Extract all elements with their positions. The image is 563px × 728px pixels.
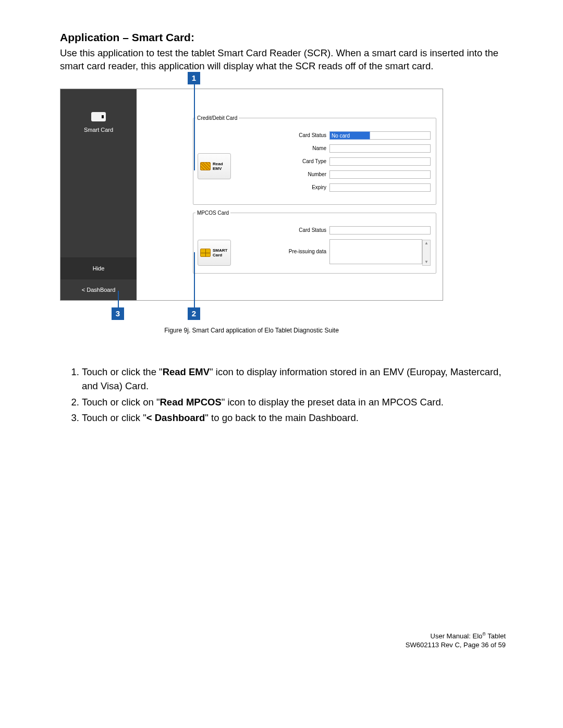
label-card-type: Card Type <box>287 158 329 164</box>
section-heading: Application – Smart Card: <box>60 31 506 44</box>
credit-fields: Card Status No card inserted. Name Card … <box>287 131 431 196</box>
label-name: Name <box>287 145 329 151</box>
instruction-1-pre: Touch or click the " <box>82 366 163 377</box>
figure-caption: Figure 9j. Smart Card application of Elo… <box>60 327 443 334</box>
value-number <box>329 170 431 179</box>
dashboard-button[interactable]: < DashBoard <box>60 279 137 300</box>
label-card-status: Card Status <box>287 132 329 138</box>
instruction-2-bold: Read MPCOS <box>160 397 222 408</box>
footer-line-2: SW602113 Rev C, Page 36 of 59 <box>406 641 506 650</box>
value-pre-issuing <box>329 239 422 264</box>
callout-2-line <box>194 252 195 314</box>
instruction-list: Touch or click the "Read EMV" icon to di… <box>60 365 506 425</box>
mpcos-fields: Card Status Pre-issuing data <box>287 226 431 269</box>
mpcos-group: MPCOS Card SMART Card Card Status Pre-is… <box>193 210 436 274</box>
row-number: Number <box>287 170 431 179</box>
value-expiry <box>329 183 431 192</box>
row-mpcos-status: Card Status <box>287 226 431 235</box>
instruction-3: Touch or click "< Dashboard" to go back … <box>82 411 506 425</box>
row-card-type: Card Type <box>287 157 431 166</box>
smart-card-icon <box>91 112 106 121</box>
smart-card-button[interactable]: SMART Card <box>198 240 231 266</box>
instruction-2-post: " icon to display the preset data in an … <box>222 397 444 408</box>
smart-card-label: SMART Card <box>213 248 227 257</box>
value-card-status-pad <box>370 131 431 140</box>
footer-line-1: User Manual: Elo® Tablet <box>406 632 506 641</box>
footer-line-1b: Tablet <box>486 632 506 640</box>
app-window: Smart Card Hide < DashBoard Credit/Debit… <box>60 89 443 301</box>
credit-debit-group: Credit/Debit Card Read EMV Card Status N… <box>193 115 436 205</box>
callout-3: 3 <box>112 307 124 320</box>
label-mpcos-status: Card Status <box>287 227 329 233</box>
callout-1-line <box>194 84 195 170</box>
intro-paragraph: Use this application to test the tablet … <box>60 47 506 73</box>
row-pre-issuing: Pre-issuing data <box>287 239 431 264</box>
sidebar-top: Smart Card <box>60 89 137 133</box>
pre-issuing-scrollbar[interactable]: ▲ ▼ <box>422 240 431 266</box>
label-number: Number <box>287 171 329 177</box>
instruction-3-bold: < Dashboard <box>146 412 205 423</box>
instruction-2-pre: Touch or click on " <box>82 397 160 408</box>
emv-chip-icon <box>200 162 211 170</box>
app-main: Credit/Debit Card Read EMV Card Status N… <box>137 89 443 300</box>
app-sidebar: Smart Card Hide < DashBoard <box>60 89 137 300</box>
label-pre-issuing: Pre-issuing data <box>287 249 329 254</box>
smart-chip-icon <box>200 249 211 257</box>
value-card-status: No card inserted. <box>329 131 370 140</box>
figure-container: 1 Smart Card Hide < DashBoard Credit/Deb… <box>60 89 443 334</box>
scroll-down-icon: ▼ <box>423 259 430 265</box>
callout-2: 2 <box>188 307 200 320</box>
instruction-2: Touch or click on "Read MPCOS" icon to d… <box>82 396 506 410</box>
read-emv-button[interactable]: Read EMV <box>198 153 231 179</box>
footer-line-1a: User Manual: Elo <box>431 632 483 640</box>
sidebar-bottom: Hide < DashBoard <box>60 257 137 300</box>
callout-1: 1 <box>188 72 200 84</box>
instruction-1: Touch or click the "Read EMV" icon to di… <box>82 365 506 393</box>
credit-debit-legend: Credit/Debit Card <box>195 115 239 121</box>
sidebar-title: Smart Card <box>60 127 137 133</box>
row-expiry: Expiry <box>287 183 431 192</box>
row-name: Name <box>287 144 431 153</box>
mpcos-legend: MPCOS Card <box>195 210 230 216</box>
value-name <box>329 144 431 153</box>
scroll-up-icon: ▲ <box>423 240 430 246</box>
label-expiry: Expiry <box>287 184 329 190</box>
instruction-1-bold: Read EMV <box>163 366 210 377</box>
instruction-3-pre: Touch or click " <box>82 412 146 423</box>
row-card-status: Card Status No card inserted. <box>287 131 431 140</box>
hide-button[interactable]: Hide <box>60 257 137 279</box>
value-card-type <box>329 157 431 166</box>
page-footer: User Manual: Elo® Tablet SW602113 Rev C,… <box>406 632 506 650</box>
registered-icon: ® <box>482 632 486 637</box>
read-emv-label: Read EMV <box>213 162 223 171</box>
instruction-3-post: " to go back to the main Dashboard. <box>205 412 359 423</box>
value-mpcos-status <box>329 226 431 235</box>
